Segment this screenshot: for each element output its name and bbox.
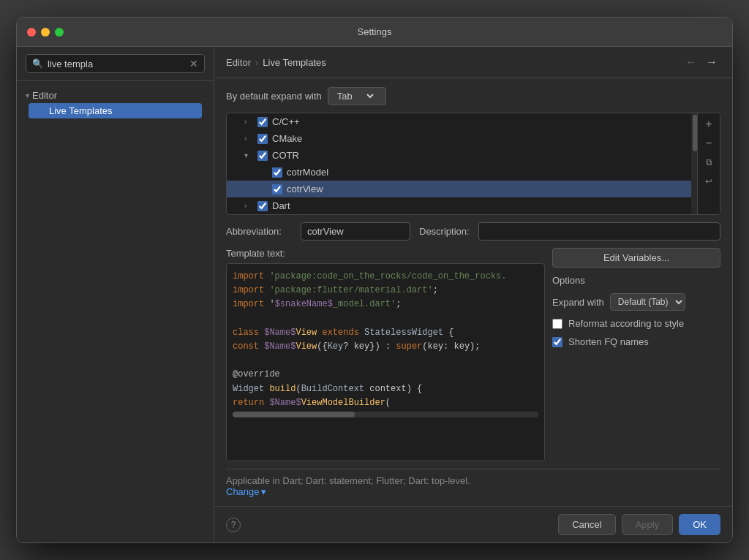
template-tree-container: › C/C++ › CMake ▾ COTR (226, 113, 720, 215)
code-line: import 'package:flutter/material.dart'; (233, 284, 538, 298)
code-line: class $Name$View extends StatelessWidget… (233, 326, 538, 340)
close-button[interactable] (27, 28, 36, 37)
cancel-button[interactable]: Cancel (558, 514, 615, 535)
shorten-row: Shorten FQ names (552, 336, 720, 347)
tree-item-cotrview-label: cotrView (287, 183, 684, 194)
change-link[interactable]: Change ▾ (226, 486, 720, 497)
sidebar-item-label: Live Templates (49, 105, 112, 116)
template-text-label: Template text: (226, 248, 545, 259)
tree-checkbox-cmake[interactable] (257, 134, 268, 144)
code-line: @override (233, 368, 538, 382)
horizontal-scrollbar[interactable] (233, 412, 538, 417)
settings-window: Settings 🔍 ✕ ▾ Editor Live Templat (16, 17, 733, 543)
expand-dropdown[interactable]: Tab Enter Space (328, 87, 386, 105)
nav-forward-icon[interactable]: → (703, 54, 720, 70)
code-line (233, 312, 538, 326)
tree-remove-button[interactable]: − (701, 135, 717, 151)
tree-checkbox-cotr[interactable] (257, 151, 268, 161)
code-line: const $Name$View({Key? key}) : super(key… (233, 340, 538, 354)
breadcrumb-separator: › (255, 57, 258, 68)
abbreviation-input[interactable] (301, 222, 410, 241)
abbreviation-row: Abbreviation: Description: (226, 222, 720, 241)
code-line: Widget build(BuildContext context) { (233, 382, 538, 396)
expand-with-row: Expand with Default (Tab) Tab Enter Spac… (552, 293, 720, 311)
panel-body: By default expand with Tab Enter Space › (214, 78, 732, 506)
footer: ? Cancel Apply OK (214, 506, 732, 542)
expand-select[interactable]: Tab Enter Space (334, 90, 376, 102)
search-input[interactable] (48, 58, 185, 69)
tree-item-cotrmodel[interactable]: cotrModel (227, 164, 691, 181)
expand-with-select[interactable]: Default (Tab) Tab Enter Space (610, 293, 685, 311)
window-title: Settings (358, 26, 392, 37)
search-clear-icon[interactable]: ✕ (189, 58, 198, 69)
reformat-label: Reformat according to style (568, 318, 684, 329)
code-line (233, 354, 538, 368)
change-chevron-icon: ▾ (261, 486, 266, 497)
chevron-right-icon: › (244, 202, 253, 210)
abbreviation-label: Abbreviation: (226, 226, 292, 237)
tree-add-button[interactable]: + (701, 116, 717, 132)
sidebar-tree: ▾ Editor Live Templates (17, 81, 214, 542)
tree-item-dart-label: Dart (272, 200, 684, 211)
shorten-checkbox[interactable] (552, 337, 562, 347)
tree-list: › C/C++ › CMake ▾ COTR (227, 113, 691, 214)
expand-row: By default expand with Tab Enter Space (226, 87, 720, 105)
code-line: import 'package:code_on_the_rocks/code_o… (233, 270, 538, 284)
tree-item-cotrmodel-label: cotrModel (287, 167, 684, 178)
chevron-right-icon: › (244, 135, 253, 143)
tree-checkbox-cotrview[interactable] (272, 184, 282, 194)
chevron-down-icon: ▾ (26, 91, 29, 99)
tree-item-cotr[interactable]: ▾ COTR (227, 147, 691, 164)
main-content: 🔍 ✕ ▾ Editor Live Templates (17, 47, 732, 542)
breadcrumb: Editor › Live Templates (226, 57, 326, 68)
apply-button[interactable]: Apply (622, 514, 674, 535)
help-button[interactable]: ? (226, 518, 241, 532)
reformat-checkbox[interactable] (552, 319, 562, 329)
applicable-section: Applicable in Dart; Dart: statement; Flu… (226, 469, 720, 497)
chevron-right-icon: › (244, 118, 253, 126)
template-text-left: Template text: import 'package:code_on_t… (226, 248, 545, 461)
sidebar-item-live-templates[interactable]: Live Templates (29, 103, 202, 118)
search-bar: 🔍 ✕ (17, 47, 214, 81)
title-bar: Settings (17, 18, 732, 47)
options-panel: Edit Variables... Options Expand with De… (552, 248, 720, 461)
panel-header: Editor › Live Templates ← → (214, 47, 732, 78)
sidebar-group-editor: ▾ Editor Live Templates (17, 87, 214, 121)
tree-actions: + − ⧉ ↩ (697, 113, 720, 214)
tree-scrollbar[interactable] (691, 113, 697, 214)
options-title: Options (552, 275, 720, 286)
tree-checkbox-cpp[interactable] (257, 117, 268, 127)
nav-back-icon[interactable]: ← (682, 54, 700, 70)
sidebar-group-editor-label[interactable]: ▾ Editor (26, 88, 205, 102)
expand-label: By default expand with (226, 91, 322, 102)
applicable-text: Applicable in Dart; Dart: statement; Flu… (226, 475, 720, 486)
maximize-button[interactable] (55, 28, 64, 37)
edit-variables-button[interactable]: Edit Variables... (552, 248, 720, 268)
expand-with-label: Expand with (552, 297, 604, 308)
tree-item-cotrview[interactable]: cotrView (227, 181, 691, 197)
description-input[interactable] (478, 222, 720, 241)
tree-checkbox-dart[interactable] (257, 201, 268, 211)
tree-item-cpp[interactable]: › C/C++ (227, 113, 691, 130)
minimize-button[interactable] (41, 28, 50, 37)
nav-arrows: ← → (682, 54, 720, 70)
code-editor[interactable]: import 'package:code_on_the_rocks/code_o… (226, 263, 545, 461)
code-line: import '$snakeName$_model.dart'; (233, 298, 538, 311)
scrollbar-thumb (233, 412, 355, 417)
tree-copy-button[interactable]: ⧉ (701, 154, 717, 170)
ok-button[interactable]: OK (679, 514, 720, 535)
breadcrumb-current: Live Templates (263, 57, 325, 68)
search-wrap: 🔍 ✕ (26, 54, 205, 73)
tree-reset-button[interactable]: ↩ (701, 173, 717, 189)
tree-checkbox-cotrmodel[interactable] (272, 167, 282, 178)
shorten-label: Shorten FQ names (568, 336, 649, 347)
tree-item-dart[interactable]: › Dart (227, 197, 691, 214)
sidebar: 🔍 ✕ ▾ Editor Live Templates (17, 47, 214, 542)
right-panel: Editor › Live Templates ← → By default e… (214, 47, 732, 542)
tree-item-cotr-label: COTR (272, 150, 684, 161)
sidebar-group-editor-text: Editor (32, 90, 57, 101)
tree-item-cmake[interactable]: › CMake (227, 130, 691, 147)
tree-item-cmake-label: CMake (272, 133, 684, 144)
breadcrumb-parent: Editor (226, 57, 251, 68)
template-text-section: Template text: import 'package:code_on_t… (226, 248, 720, 461)
